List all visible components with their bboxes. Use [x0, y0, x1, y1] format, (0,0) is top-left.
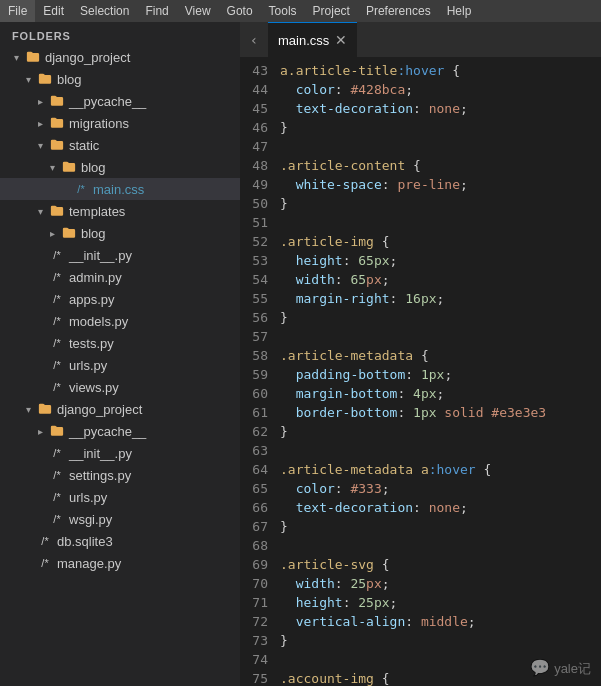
sidebar-item-label: manage.py [57, 556, 121, 571]
folder-icon [36, 401, 54, 417]
arrow-icon [32, 115, 48, 131]
arrow-icon [20, 71, 36, 87]
sidebar-item-settings-py[interactable]: /* settings.py [0, 464, 240, 486]
menu-edit[interactable]: Edit [35, 0, 72, 22]
sidebar-item-init-py[interactable]: /* __init__.py [0, 244, 240, 266]
sidebar-item-label: blog [57, 72, 82, 87]
menu-tools[interactable]: Tools [261, 0, 305, 22]
menu-file[interactable]: File [0, 0, 35, 22]
folder-icon [60, 225, 78, 241]
menu-selection[interactable]: Selection [72, 0, 137, 22]
sidebar-item-pycache1[interactable]: __pycache__ [0, 90, 240, 112]
sidebar-item-main-css[interactable]: /* main.css [0, 178, 240, 200]
sidebar-item-static[interactable]: static [0, 134, 240, 156]
editor-tab-main-css[interactable]: main.css ✕ [268, 22, 357, 57]
editor-wrapper: ‹ main.css ✕ 434445464748495051525354555… [240, 22, 601, 686]
sidebar-item-django-project-root[interactable]: django_project [0, 46, 240, 68]
arrow-icon [44, 225, 60, 241]
file-icon: /* [48, 511, 66, 527]
folder-icon [60, 159, 78, 175]
sidebar-item-blog-static[interactable]: blog [0, 156, 240, 178]
sidebar-item-urls-py1[interactable]: /* urls.py [0, 354, 240, 376]
sidebar-item-label: db.sqlite3 [57, 534, 113, 549]
menu-goto[interactable]: Goto [219, 0, 261, 22]
folder-icon [48, 115, 66, 131]
sidebar-item-label: __init__.py [69, 248, 132, 263]
menu-view[interactable]: View [177, 0, 219, 22]
file-icon: /* [48, 489, 66, 505]
menubar: File Edit Selection Find View Goto Tools… [0, 0, 601, 22]
sidebar-item-django-project2[interactable]: django_project [0, 398, 240, 420]
arrow-icon [32, 423, 48, 439]
file-icon: /* [48, 379, 66, 395]
editor-tabs: ‹ main.css ✕ [240, 22, 601, 57]
sidebar-item-urls-py2[interactable]: /* urls.py [0, 486, 240, 508]
sidebar-item-wsgi-py[interactable]: /* wsgi.py [0, 508, 240, 530]
sidebar-item-label: models.py [69, 314, 128, 329]
sidebar-item-manage-py[interactable]: /* manage.py [0, 552, 240, 574]
tab-label: main.css [278, 33, 329, 48]
sidebar-item-label: settings.py [69, 468, 131, 483]
file-icon: /* [48, 467, 66, 483]
folder-icon [48, 93, 66, 109]
sidebar-header: FOLDERS [0, 22, 240, 46]
file-icon: /* [48, 445, 66, 461]
folder-icon [36, 71, 54, 87]
sidebar-item-db-sqlite3[interactable]: /* db.sqlite3 [0, 530, 240, 552]
editor: ‹ main.css ✕ 434445464748495051525354555… [240, 22, 601, 686]
sidebar-item-views-py[interactable]: /* views.py [0, 376, 240, 398]
sidebar-item-blog-templates[interactable]: blog [0, 222, 240, 244]
arrow-icon [44, 159, 60, 175]
file-icon: /* [48, 357, 66, 373]
code-area[interactable]: a.article-title:hover { color: #428bca; … [276, 57, 601, 686]
tab-scroll-left[interactable]: ‹ [240, 22, 268, 57]
file-icon: /* [36, 555, 54, 571]
menu-preferences[interactable]: Preferences [358, 0, 439, 22]
folder-icon [48, 137, 66, 153]
sidebar-item-label: django_project [45, 50, 130, 65]
sidebar-item-apps-py[interactable]: /* apps.py [0, 288, 240, 310]
line-numbers: 4344454647484950515253545556575859606162… [240, 57, 276, 686]
menu-project[interactable]: Project [305, 0, 358, 22]
sidebar-item-label: apps.py [69, 292, 115, 307]
sidebar-item-label: urls.py [69, 490, 107, 505]
sidebar-item-label: admin.py [69, 270, 122, 285]
sidebar-item-blog[interactable]: blog [0, 68, 240, 90]
sidebar-item-label: static [69, 138, 99, 153]
file-icon: /* [48, 269, 66, 285]
menu-find[interactable]: Find [137, 0, 176, 22]
sidebar-item-admin-py[interactable]: /* admin.py [0, 266, 240, 288]
sidebar-item-label: views.py [69, 380, 119, 395]
sidebar-item-label: __init__.py [69, 446, 132, 461]
sidebar-item-init-py2[interactable]: /* __init__.py [0, 442, 240, 464]
sidebar-item-label: urls.py [69, 358, 107, 373]
sidebar-item-label: blog [81, 160, 106, 175]
sidebar-item-migrations[interactable]: migrations [0, 112, 240, 134]
arrow-icon [32, 137, 48, 153]
tab-close-button[interactable]: ✕ [335, 33, 347, 47]
sidebar-item-label: main.css [93, 182, 144, 197]
sidebar: FOLDERS django_project blog __pycache__ [0, 22, 240, 686]
editor-content[interactable]: 4344454647484950515253545556575859606162… [240, 57, 601, 686]
arrow-icon [32, 203, 48, 219]
sidebar-item-label: tests.py [69, 336, 114, 351]
file-icon: /* [72, 181, 90, 197]
sidebar-item-label: __pycache__ [69, 94, 146, 109]
file-icon: /* [48, 291, 66, 307]
sidebar-item-tests-py[interactable]: /* tests.py [0, 332, 240, 354]
folder-icon [48, 423, 66, 439]
file-icon: /* [48, 335, 66, 351]
file-icon: /* [48, 313, 66, 329]
folder-icon [48, 203, 66, 219]
sidebar-item-label: migrations [69, 116, 129, 131]
arrow-icon [20, 401, 36, 417]
sidebar-item-models-py[interactable]: /* models.py [0, 310, 240, 332]
sidebar-item-label: templates [69, 204, 125, 219]
menu-help[interactable]: Help [439, 0, 480, 22]
sidebar-item-templates[interactable]: templates [0, 200, 240, 222]
sidebar-item-label: blog [81, 226, 106, 241]
sidebar-item-label: django_project [57, 402, 142, 417]
sidebar-item-pycache2[interactable]: __pycache__ [0, 420, 240, 442]
sidebar-item-label: wsgi.py [69, 512, 112, 527]
main-area: FOLDERS django_project blog __pycache__ [0, 22, 601, 686]
